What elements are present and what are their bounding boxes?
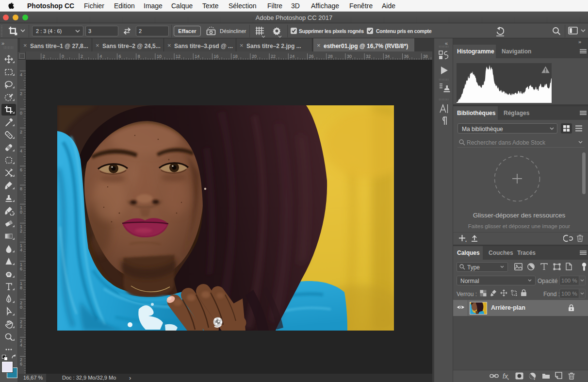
svg-text:18: 18 bbox=[233, 54, 238, 59]
svg-text:8: 8 bbox=[138, 54, 140, 59]
svg-text:4: 4 bbox=[20, 248, 22, 252]
svg-text:14: 14 bbox=[195, 54, 199, 59]
svg-text:2: 2 bbox=[43, 54, 45, 59]
svg-text:22: 22 bbox=[271, 54, 276, 59]
svg-text:6: 6 bbox=[119, 54, 121, 59]
svg-text:32: 32 bbox=[366, 54, 371, 59]
svg-text:26: 26 bbox=[309, 54, 314, 59]
svg-text:10: 10 bbox=[157, 54, 162, 59]
svg-text:0: 0 bbox=[20, 305, 22, 310]
svg-text:8: 8 bbox=[20, 285, 22, 290]
svg-text:6: 6 bbox=[20, 167, 22, 172]
svg-text:4: 4 bbox=[99, 54, 102, 59]
svg-text:8: 8 bbox=[20, 186, 22, 191]
svg-text:6: 6 bbox=[20, 266, 22, 271]
svg-text:0: 0 bbox=[20, 111, 22, 116]
svg-text:4: 4 bbox=[20, 149, 22, 153]
svg-text:2: 2 bbox=[81, 54, 83, 59]
svg-text:2: 2 bbox=[20, 229, 22, 233]
svg-text:38: 38 bbox=[423, 54, 428, 59]
svg-text:28: 28 bbox=[328, 54, 333, 59]
svg-text:36: 36 bbox=[404, 54, 409, 59]
svg-text:12: 12 bbox=[176, 54, 180, 59]
svg-text:34: 34 bbox=[385, 54, 390, 59]
svg-text:0: 0 bbox=[20, 210, 22, 215]
svg-text:2: 2 bbox=[20, 130, 22, 134]
svg-text:24: 24 bbox=[290, 54, 294, 59]
svg-text:6: 6 bbox=[20, 362, 22, 366]
svg-text:2: 2 bbox=[20, 91, 22, 96]
svg-text:16: 16 bbox=[214, 54, 219, 59]
svg-text:4: 4 bbox=[20, 72, 22, 77]
svg-text:20: 20 bbox=[252, 54, 257, 59]
svg-text:4: 4 bbox=[20, 343, 22, 348]
svg-text:2: 2 bbox=[20, 324, 22, 329]
svg-text:30: 30 bbox=[347, 54, 352, 59]
svg-text:0: 0 bbox=[62, 54, 64, 59]
